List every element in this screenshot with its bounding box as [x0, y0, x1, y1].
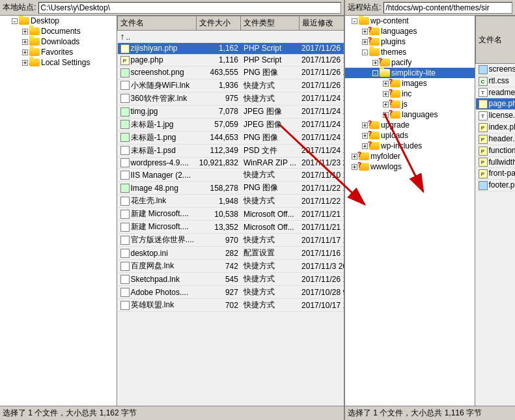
tree-item-simplicity-lite[interactable]: - simplicity-lite [345, 68, 475, 78]
file-name: Sketchpad.lnk [118, 273, 197, 286]
tree-item-favorites[interactable]: + Favorites [0, 47, 117, 57]
tree-item-languages[interactable]: + languages [345, 26, 475, 36]
file-size [197, 31, 241, 43]
right-file-row[interactable]: Crtl.css [476, 75, 516, 87]
right-file-row[interactable]: footer.png [476, 180, 516, 191]
left-file-row[interactable]: wordpress-4.9.... 10,921,832 WinRAR ZIP … [118, 157, 344, 169]
tree-expander-upgrade[interactable]: + [362, 122, 368, 128]
left-file-row[interactable]: 新建 Microsoft.... 10,538 Microsoft Off...… [118, 208, 344, 221]
file-modified: 2017/11/26 18:37:37 [299, 54, 344, 66]
right-col-filename[interactable]: 文件名 [476, 16, 516, 64]
right-file-row[interactable]: Ppage.php [476, 98, 516, 110]
tree-expander-favorites[interactable]: + [22, 49, 28, 55]
file-size: 1,162 [197, 43, 241, 55]
tree-item-images[interactable]: + images [345, 78, 475, 89]
tree-item-wwwlogs[interactable]: + wwwlogs [345, 161, 475, 172]
file-type: WinRAR ZIP ... [241, 157, 299, 169]
tree-expander-local-settings[interactable]: + [22, 60, 28, 66]
right-file-row[interactable]: Pheader.php [476, 133, 516, 145]
left-file-row[interactable]: 百度网盘.lnk 742 快捷方式 2017/11/3 20:11:35 [118, 260, 344, 273]
tree-expander-js[interactable]: + [383, 102, 389, 107]
right-file-row[interactable]: Treadme.txt [476, 87, 516, 98]
tree-expander-downloads[interactable]: + [22, 39, 28, 45]
tree-item-upgrade[interactable]: + upgrade [345, 120, 475, 130]
tree-item-inc[interactable]: + inc [345, 89, 475, 99]
folder-icon-local-settings [29, 59, 40, 66]
tree-expander-wwwlogs[interactable]: + [352, 164, 357, 170]
left-file-row[interactable]: 官方版迷你世界.... 970 快捷方式 2017/11/17 14:56:42 [118, 234, 344, 247]
left-file-row[interactable]: IIS Manager (2.... 快捷方式 2017/11/10 10:29… [118, 169, 344, 182]
right-file-row[interactable]: Pfullwidth.php [476, 156, 516, 168]
right-file-name: Ppage.php [476, 98, 516, 110]
tree-item-wp-content[interactable]: - wp-content [345, 16, 475, 26]
left-file-row[interactable]: 小米随身WiFi.lnk 1,936 快捷方式 2017/11/26 10:56… [118, 79, 344, 92]
right-file-name: Crtl.css [476, 75, 516, 87]
tree-expander-themes[interactable]: - [362, 49, 368, 55]
col-modified[interactable]: 最近修改 [299, 16, 344, 31]
file-modified: 2017/11/24 11:30:34 [299, 131, 344, 144]
right-file-name: Treadme.txt [476, 87, 516, 98]
tree-item-wp-includes[interactable]: + wp-includes [345, 141, 475, 151]
left-file-row[interactable]: ↑.. [118, 31, 344, 43]
col-filename[interactable]: 文件名 [118, 16, 197, 31]
tree-item-uploads[interactable]: + uploads [345, 130, 475, 141]
file-modified: 2017/11/26 14:40:24 [299, 66, 344, 79]
left-file-row[interactable]: 未标题-1.jpg 57,059 JPEG 图像 2017/11/24 11:3… [118, 118, 344, 131]
right-file-row[interactable]: Pindex.php [476, 122, 516, 133]
left-file-row[interactable]: Image 48.png 158,278 PNG 图像 2017/11/22 1… [118, 182, 344, 195]
file-size: 702 [197, 299, 241, 312]
tree-item-local-settings[interactable]: + Local Settings [0, 57, 117, 68]
right-file-row[interactable]: screenshot.png [476, 64, 516, 76]
tree-item-lang2[interactable]: + languages [345, 109, 475, 120]
tree-expander-images[interactable]: + [383, 81, 389, 87]
left-file-row[interactable]: 英雄联盟.lnk 702 快捷方式 2017/10/17 12:02:23 [118, 299, 344, 312]
tree-expander-uploads[interactable]: + [362, 133, 368, 139]
right-file-row[interactable]: Pfront-page.php [476, 168, 516, 180]
file-type: 快捷方式 [241, 92, 299, 105]
left-file-row[interactable]: 新建 Microsoft.... 13,352 Microsoft Off...… [118, 221, 344, 234]
tree-item-js[interactable]: + js [345, 99, 475, 109]
file-size: 112,349 [197, 144, 241, 157]
left-file-row[interactable]: desktop.ini 282 配置设置 2017/11/16 16:52:49 [118, 247, 344, 260]
tree-item-pacify[interactable]: + pacify [345, 57, 475, 68]
tree-expander-wp-includes[interactable]: + [362, 143, 368, 149]
left-file-table: 文件名 文件大小 文件类型 最近修改 ↑.. Pzijishiyan.php 1… [117, 16, 344, 406]
tree-expander-wp-content[interactable]: - [352, 18, 357, 24]
tree-item-myfolder[interactable]: + myfolder [345, 151, 475, 161]
left-file-row[interactable]: 花生壳.lnk 1,948 快捷方式 2017/11/22 16:36:20 [118, 195, 344, 208]
folder-icon-desktop [19, 17, 29, 25]
tree-item-documents[interactable]: + Documents [0, 26, 117, 36]
tree-expander-pacify[interactable]: + [372, 60, 378, 66]
right-file-row[interactable]: Tlicense.txt [476, 110, 516, 122]
tree-expander-myfolder[interactable]: + [352, 154, 357, 160]
tree-expander-inc[interactable]: + [383, 91, 389, 97]
left-file-row[interactable]: Sketchpad.lnk 545 快捷方式 2017/11/26 12:59:… [118, 273, 344, 286]
left-file-row[interactable]: Ppage.php 1,116 PHP Script 2017/11/26 18… [118, 54, 344, 66]
left-file-row[interactable]: Adobe Photos.... 927 快捷方式 2017/10/28 9:4… [118, 286, 344, 299]
tree-expander-plugins[interactable]: + [362, 39, 368, 45]
left-file-row[interactable]: screenshot.png 463,555 PNG 图像 2017/11/26… [118, 66, 344, 79]
file-name: 百度网盘.lnk [118, 260, 197, 273]
tree-expander-documents[interactable]: + [22, 29, 28, 35]
tree-item-desktop[interactable]: - Desktop [0, 16, 117, 26]
tree-expander-languages[interactable]: + [362, 29, 368, 35]
left-file-row[interactable]: Pzijishiyan.php 1,162 PHP Script 2017/11… [118, 43, 344, 55]
file-type [241, 31, 299, 43]
left-file-row[interactable]: timg.jpg 7,078 JPEG 图像 2017/11/24 12:13:… [118, 105, 344, 118]
left-path-input[interactable] [38, 2, 341, 14]
file-modified: 2017/11/10 10:29:18 [299, 169, 344, 182]
col-filesize[interactable]: 文件大小 [197, 16, 241, 31]
col-filetype[interactable]: 文件类型 [241, 16, 299, 31]
left-file-row[interactable]: 未标题-1.psd 112,349 PSD 文件 2017/11/24 11:1… [118, 144, 344, 157]
tree-item-plugins[interactable]: + plugins [345, 36, 475, 47]
tree-expander-desktop[interactable]: - [12, 18, 18, 24]
tree-item-themes[interactable]: - themes [345, 47, 475, 57]
tree-item-downloads[interactable]: + Downloads [0, 36, 117, 47]
right-path-input[interactable] [383, 2, 512, 14]
right-file-row[interactable]: Pfunctions.php [476, 145, 516, 156]
left-file-row[interactable]: 未标题-1.png 144,653 PNG 图像 2017/11/24 11:3… [118, 131, 344, 144]
tree-expander-lang2[interactable]: + [383, 112, 389, 118]
tree-expander-simplicity-lite[interactable]: - [372, 70, 378, 76]
left-file-row[interactable]: 360软件管家.lnk 975 快捷方式 2017/11/24 16:37:11 [118, 92, 344, 105]
file-size: 158,278 [197, 182, 241, 195]
